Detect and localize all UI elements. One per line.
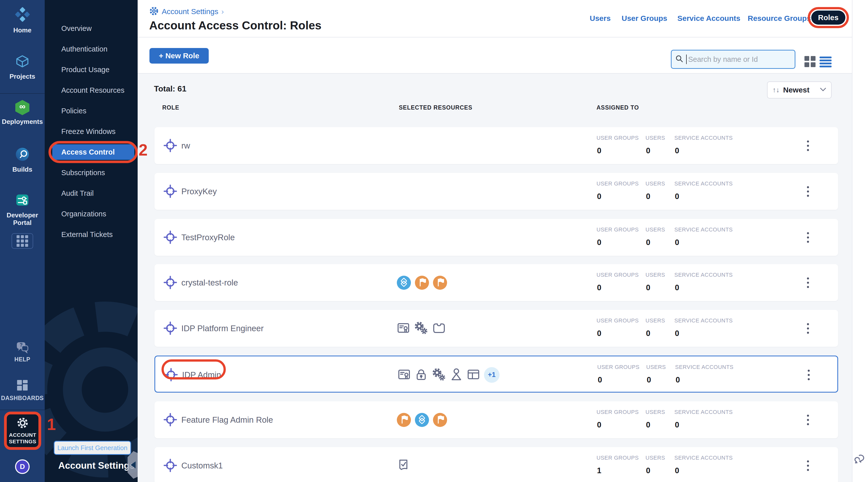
search-box[interactable]: [671, 50, 796, 69]
column-header-selected-resources: SELECTED RESOURCES: [399, 104, 472, 111]
rail-item-projects[interactable]: Projects: [0, 53, 45, 80]
flag-orange-resource-icon: [415, 276, 429, 290]
roles-tab-annotation-oval: Roles: [808, 7, 849, 28]
sidebar-item-subscriptions[interactable]: Subscriptions: [45, 167, 137, 179]
selected-resources: [397, 310, 445, 347]
users-count: 0: [646, 238, 650, 247]
sidebar-item-account-resources[interactable]: Account Resources: [45, 84, 137, 96]
rail-item-help[interactable]: ? HELP: [0, 341, 45, 363]
tab-roles-active[interactable]: Roles: [811, 10, 845, 25]
users-label: USERS: [646, 409, 665, 415]
service-accounts-count: 0: [675, 283, 679, 292]
row-menu-button[interactable]: [805, 356, 812, 393]
sidebar-item-audit-trail[interactable]: Audit Trail: [45, 187, 137, 200]
sidebar-item-authentication[interactable]: Authentication: [45, 43, 137, 55]
row-menu-button[interactable]: [804, 310, 811, 347]
users-count: 0: [646, 420, 650, 429]
role-crosshair-icon: [163, 413, 177, 428]
sidebar-item-access-control-active[interactable]: Access Control: [52, 144, 134, 160]
role-row-idp-platform-engineer[interactable]: IDP Platform Engineer USER GROUPS USERS …: [154, 310, 838, 347]
role-row-proxykey[interactable]: ProxyKey USER GROUPS USERS SERVICE ACCOU…: [154, 173, 838, 210]
role-row-crystal-test-role[interactable]: crystal-test-role USER GROUPS USERS SERV…: [154, 264, 838, 301]
column-header-assigned-to: ASSIGNED TO: [596, 104, 639, 111]
more-resources-badge: +1: [484, 367, 500, 383]
service-accounts-count: 0: [675, 192, 679, 201]
users-label: USERS: [646, 455, 665, 461]
toolbar: + New Role: [137, 37, 852, 73]
checklist-resource-icon: [397, 459, 410, 473]
rail-item-dashboards[interactable]: DASHBOARDS: [0, 380, 45, 402]
selected-resources: [397, 264, 447, 301]
sidebar-item-product-usage[interactable]: Product Usage: [45, 63, 137, 76]
grid-view-toggle[interactable]: [804, 56, 815, 67]
user-groups-count: 0: [597, 420, 601, 429]
user-groups-count: 0: [598, 375, 602, 385]
row-menu-button[interactable]: [804, 264, 811, 301]
service-accounts-label: SERVICE ACCOUNTS: [674, 318, 733, 324]
row-menu-button[interactable]: [804, 219, 811, 256]
sort-dropdown[interactable]: ↑↓ Newest: [767, 82, 832, 98]
search-input[interactable]: [688, 55, 791, 64]
sidebar-item-organizations[interactable]: Organizations: [45, 208, 137, 220]
row-menu-button[interactable]: [804, 447, 811, 482]
certificate-resource-icon: [398, 368, 411, 382]
deployments-icon: ∞: [14, 99, 30, 116]
role-row-idp-admin[interactable]: IDP Admin +1 USER GROUPS USERS SERVICE A…: [154, 356, 838, 393]
rail-item-developer-portal[interactable]: Developer Portal: [0, 192, 45, 227]
tab-users[interactable]: Users: [590, 14, 611, 23]
support-chat-icon[interactable]: [854, 452, 867, 466]
role-name: ProxyKey: [181, 173, 217, 210]
users-count: 0: [647, 375, 651, 385]
search-icon: [675, 55, 684, 64]
app-root: Home Projects ∞ Deployments: [0, 0, 868, 482]
rail-divider: [0, 93, 45, 94]
role-name: TestProxyRole: [181, 219, 235, 256]
service-accounts-count: 0: [675, 329, 679, 338]
gears-resource-icon: [414, 322, 428, 335]
account-settings-sidebar: OverviewAuthenticationProduct UsageAccou…: [45, 0, 137, 482]
users-label: USERS: [646, 227, 665, 233]
service-accounts-label: SERVICE ACCOUNTS: [675, 364, 734, 370]
user-groups-label: USER GROUPS: [596, 272, 639, 278]
role-crosshair-icon: [163, 139, 177, 154]
rail-label: Deployments: [2, 118, 43, 125]
selected-resources: [397, 401, 447, 438]
role-row-feature-flag-admin-role[interactable]: Feature Flag Admin Role USER GROUPS USER…: [154, 401, 838, 438]
sidebar-item-overview[interactable]: Overview: [45, 22, 137, 35]
role-name: Feature Flag Admin Role: [181, 401, 273, 438]
list-view-toggle[interactable]: [819, 57, 832, 67]
template-resource-icon: [432, 322, 445, 335]
role-row-rw[interactable]: rw USER GROUPS USERS SERVICE ACCOUNTS 0 …: [154, 127, 838, 164]
row-menu-button[interactable]: [804, 127, 811, 164]
lock-resource-icon: [415, 368, 428, 382]
rail-item-deployments[interactable]: ∞ Deployments: [0, 99, 45, 125]
new-role-button[interactable]: + New Role: [149, 48, 209, 64]
row-menu-button[interactable]: [804, 401, 811, 438]
collapse-arrow-icon: [131, 461, 135, 469]
sidebar-item-policies[interactable]: Policies: [45, 104, 137, 117]
rail-item-builds[interactable]: Builds: [0, 146, 45, 173]
tab-user-groups[interactable]: User Groups: [622, 14, 667, 23]
breadcrumb-account-settings-link[interactable]: Account Settings: [162, 7, 218, 16]
launch-first-generation-button[interactable]: Launch First Generation: [54, 441, 131, 455]
row-menu-button[interactable]: [804, 173, 811, 210]
sidebar-footer-title: Account Settings: [58, 460, 135, 471]
service-accounts-count: 0: [675, 466, 679, 475]
module-grid-icon: [17, 235, 28, 247]
tab-resource-groups[interactable]: Resource Groups: [748, 14, 811, 23]
sidebar-item-freeze-windows[interactable]: Freeze Windows: [45, 125, 137, 138]
user-groups-count: 0: [597, 238, 601, 247]
gears-resource-icon: [432, 368, 446, 382]
rail-item-account-settings[interactable]: ACCOUNT SETTINGS: [7, 414, 38, 447]
user-groups-label: USER GROUPS: [596, 318, 639, 324]
role-row-testproxyrole[interactable]: TestProxyRole USER GROUPS USERS SERVICE …: [154, 219, 838, 256]
tab-service-accounts[interactable]: Service Accounts: [677, 14, 740, 23]
user-groups-label: USER GROUPS: [596, 227, 639, 233]
module-picker-button[interactable]: [11, 233, 33, 249]
user-avatar[interactable]: D: [15, 459, 30, 474]
rail-item-home[interactable]: Home: [0, 6, 45, 34]
sidebar-item-external-tickets[interactable]: External Tickets: [45, 228, 137, 241]
role-row-customsk1[interactable]: Customsk1 USER GROUPS USERS SERVICE ACCO…: [154, 447, 838, 482]
account-settings-annotation-box: ACCOUNT SETTINGS: [4, 412, 41, 450]
gear-icon: [16, 417, 29, 430]
